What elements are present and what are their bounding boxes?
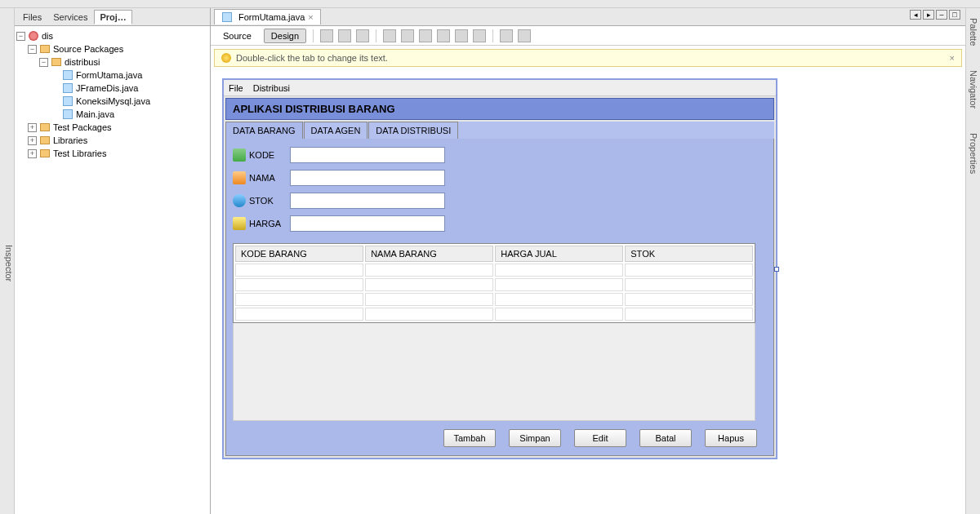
col-kode-barang[interactable]: KODE BARANG	[235, 246, 363, 262]
tree-file[interactable]: JFrameDis.java	[76, 83, 138, 93]
menu-distribusi[interactable]: Distribusi	[253, 83, 290, 93]
table-row[interactable]	[235, 264, 753, 277]
libraries-icon	[40, 149, 50, 157]
table-row[interactable]	[235, 308, 753, 321]
tree-file[interactable]: FormUtama.java	[76, 70, 142, 80]
properties-tab[interactable]: Properties	[969, 133, 978, 174]
palette-tab[interactable]: Palette	[969, 18, 978, 46]
tree-libraries[interactable]: Libraries	[53, 135, 87, 145]
kode-icon	[233, 148, 246, 162]
project-icon	[29, 31, 38, 41]
harga-label: HARGA	[249, 219, 290, 228]
simpan-button[interactable]: Simpan	[509, 429, 561, 447]
class-icon	[63, 96, 73, 106]
harga-input[interactable]	[290, 215, 445, 232]
nama-icon	[233, 171, 246, 184]
design-mode-button[interactable]: Design	[264, 29, 306, 43]
tab-data-agen[interactable]: DATA AGEN	[304, 122, 368, 139]
designer-toolbar: Source Design	[211, 26, 965, 46]
align-center-icon[interactable]	[401, 29, 414, 42]
editor-tab-label: FormUtama.java	[238, 12, 305, 22]
class-icon	[63, 109, 73, 119]
class-icon	[222, 12, 232, 22]
window-prev-icon[interactable]: ◂	[910, 10, 921, 20]
tree-toggle[interactable]: −	[39, 58, 48, 67]
tree-src-packages[interactable]: Source Packages	[53, 44, 123, 54]
project-tree[interactable]: −dis −Source Packages −distribusi FormUt…	[15, 26, 210, 163]
batal-button[interactable]: Batal	[639, 429, 692, 447]
kode-label: KODE	[249, 150, 290, 160]
col-stok[interactable]: STOK	[625, 246, 753, 262]
form-menubar: File Distribusi	[224, 80, 776, 96]
source-mode-button[interactable]: Source	[216, 29, 259, 43]
hint-bar: Double-click the tab to change its text.…	[214, 49, 962, 67]
tree-toggle[interactable]: +	[28, 149, 37, 158]
nama-input[interactable]	[290, 170, 445, 186]
class-icon	[63, 70, 73, 80]
tambah-button[interactable]: Tambah	[443, 429, 496, 447]
edit-button[interactable]: Edit	[574, 429, 626, 447]
window-max-icon[interactable]: □	[949, 10, 960, 20]
close-icon[interactable]: ×	[308, 12, 313, 22]
editor-tab-formutama[interactable]: FormUtama.java ×	[214, 9, 321, 24]
tab-files[interactable]: Files	[18, 11, 47, 24]
tree-file[interactable]: Main.java	[76, 109, 114, 119]
libraries-icon	[40, 136, 50, 144]
table-row[interactable]	[235, 278, 753, 291]
connection-tool-icon[interactable]	[338, 29, 351, 42]
project-panel: Files Services Proj… −dis −Source Packag…	[15, 8, 211, 514]
tree-toggle[interactable]: −	[28, 45, 37, 54]
window-next-icon[interactable]: ▸	[923, 10, 934, 20]
tree-test-packages[interactable]: Test Packages	[53, 122, 112, 132]
data-table[interactable]: KODE BARANG NAMA BARANG HARGA JUAL STOK	[233, 243, 755, 323]
preview-icon[interactable]	[356, 29, 369, 42]
package-icon	[51, 58, 61, 66]
tree-package[interactable]: distribusi	[65, 57, 100, 67]
tab-projects[interactable]: Proj…	[94, 10, 131, 24]
hapus-button[interactable]: Hapus	[705, 429, 757, 447]
nama-label: NAMA	[249, 173, 290, 183]
align-right-icon[interactable]	[419, 29, 432, 42]
tree-toggle[interactable]: +	[28, 123, 37, 132]
designer-canvas[interactable]: File Distribusi APLIKASI DISTRIBUSI BARA…	[211, 67, 965, 514]
stok-label: STOK	[249, 196, 290, 206]
inspector-rail[interactable]: Inspector	[0, 8, 15, 514]
navigator-tab[interactable]: Navigator	[969, 70, 978, 109]
tree-toggle[interactable]: +	[28, 136, 37, 145]
table-viewport	[233, 323, 755, 421]
package-icon	[40, 45, 50, 53]
close-hint-icon[interactable]: ×	[950, 53, 955, 63]
tree-project[interactable]: dis	[42, 31, 53, 41]
harga-icon	[233, 217, 246, 230]
tree-file[interactable]: KoneksiMysql.java	[76, 96, 150, 106]
same-width-icon[interactable]	[500, 29, 513, 42]
form-window[interactable]: File Distribusi APLIKASI DISTRIBUSI BARA…	[222, 78, 777, 459]
menu-file[interactable]: File	[229, 83, 243, 93]
col-nama-barang[interactable]: NAMA BARANG	[365, 246, 493, 262]
align-top-icon[interactable]	[437, 29, 450, 42]
bulb-icon	[221, 53, 231, 63]
right-rail: Palette Navigator Properties	[965, 8, 980, 514]
hint-text: Double-click the tab to change its text.	[236, 53, 388, 63]
align-bottom-icon[interactable]	[473, 29, 486, 42]
window-min-icon[interactable]: –	[936, 10, 947, 20]
kode-input[interactable]	[290, 147, 445, 163]
form-title[interactable]: APLIKASI DISTRIBUSI BARANG	[225, 98, 774, 120]
stok-icon	[233, 194, 246, 207]
table-row[interactable]	[235, 293, 753, 306]
same-height-icon[interactable]	[518, 29, 531, 42]
tab-services[interactable]: Services	[48, 11, 92, 24]
tree-toggle[interactable]: −	[16, 32, 25, 41]
align-left-icon[interactable]	[383, 29, 396, 42]
tab-data-barang[interactable]: DATA BARANG	[225, 122, 303, 139]
align-middle-icon[interactable]	[455, 29, 468, 42]
class-icon	[63, 83, 73, 93]
tree-test-libraries[interactable]: Test Libraries	[53, 148, 106, 158]
col-harga-jual[interactable]: HARGA JUAL	[495, 246, 623, 262]
tab-data-distribusi[interactable]: DATA DISTRIBUSI	[368, 122, 458, 139]
resize-handle-icon[interactable]	[774, 267, 779, 272]
editor-area: FormUtama.java × ◂ ▸ – □ Source Design	[211, 8, 965, 514]
package-icon	[40, 123, 50, 131]
stok-input[interactable]	[290, 193, 445, 209]
selection-tool-icon[interactable]	[320, 29, 333, 42]
